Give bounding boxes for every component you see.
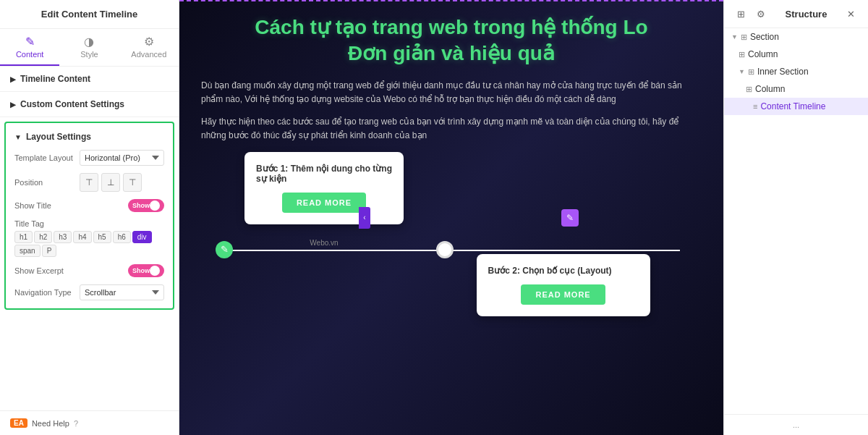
- page-content: Cách tự tạo trang web trong hệ thống Lo …: [179, 0, 723, 331]
- inner-section-grid-icon: ⊞: [748, 67, 754, 77]
- structure-settings-icon[interactable]: ⚙: [753, 6, 769, 22]
- content-timeline-icon: ≡: [753, 102, 757, 111]
- show-title-label: Show Title: [14, 201, 51, 210]
- tag-h6[interactable]: h6: [113, 231, 131, 243]
- panel-expand-handle[interactable]: ‹: [359, 207, 370, 229]
- section-expand-icon: ▼: [731, 33, 738, 41]
- tag-buttons: h1 h2 h3 h4 h5 h6 div span P: [14, 231, 164, 257]
- tab-advanced[interactable]: ⚙ Advanced: [119, 29, 179, 66]
- timeline-content-label: Timeline Content: [20, 74, 90, 84]
- timeline-card-1: Bước 1: Thêm nội dung cho từng sự kiện R…: [244, 152, 404, 224]
- tag-h1[interactable]: h1: [14, 231, 33, 243]
- position-bot-btn[interactable]: ⊤: [123, 173, 142, 192]
- template-layout-select[interactable]: Horizontal (Pro): [80, 150, 164, 166]
- tree-section[interactable]: ▼ ⊞ Section: [724, 28, 868, 46]
- tag-h3[interactable]: h3: [54, 231, 72, 243]
- layout-arrow: ▼: [14, 133, 22, 141]
- template-layout-control: Horizontal (Pro): [80, 150, 164, 166]
- section-grid-icon: ⊞: [741, 33, 747, 42]
- column-2-label: Column: [755, 84, 785, 94]
- tab-style-label: Style: [80, 50, 98, 59]
- template-layout-label: Template Layout: [14, 153, 80, 162]
- purple-edit-btn[interactable]: ✎: [561, 209, 579, 227]
- show-excerpt-value: Show: [132, 267, 150, 274]
- tree-column-2[interactable]: ⊞ Column: [724, 80, 868, 98]
- show-excerpt-toggle[interactable]: Show: [128, 264, 164, 277]
- left-panel: Edit Content Timeline ✎ Content ◑ Style …: [0, 0, 179, 435]
- timeline-dot-left: ✎: [216, 241, 233, 258]
- column-1-label: Column: [748, 49, 778, 59]
- tab-style[interactable]: ◑ Style: [59, 29, 119, 66]
- show-excerpt-row: Show Excerpt Show: [6, 261, 173, 281]
- page-desc-1: Dù bạn đang muốn xây dựng một trang web …: [201, 79, 702, 106]
- card-2-read-more[interactable]: READ MORE: [521, 284, 605, 305]
- timeline-arrow: ▶: [10, 75, 16, 83]
- section-label: Section: [750, 32, 779, 42]
- toggle-circle: [150, 200, 160, 211]
- right-panel-footer: ...: [724, 414, 868, 435]
- tag-p[interactable]: P: [42, 245, 57, 257]
- navigation-type-select[interactable]: Scrollbar: [80, 284, 164, 300]
- position-label: Position: [14, 178, 80, 187]
- timeline-content-section[interactable]: ▶ Timeline Content: [0, 67, 179, 92]
- right-panel-close-icon[interactable]: ✕: [843, 6, 859, 22]
- position-buttons: ⊤ ⊥ ⊤: [80, 173, 164, 192]
- page-title: Cách tự tạo trang web trong hệ thống Lo …: [201, 14, 702, 67]
- help-icon[interactable]: ?: [74, 419, 78, 428]
- panel-tabs: ✎ Content ◑ Style ⚙ Advanced: [0, 29, 179, 67]
- right-panel-header: ⊞ ⚙ Structure ✕: [724, 0, 868, 28]
- right-panel-left-icons: ⊞ ⚙: [733, 6, 769, 22]
- canvas-top-border: [179, 0, 723, 2]
- title-tag-label: Title Tag: [14, 219, 164, 228]
- layout-settings-header[interactable]: ▼ Layout Settings: [6, 127, 173, 146]
- panel-footer: EA Need Help ?: [0, 410, 179, 435]
- timeline-line-container: ✎: [201, 240, 702, 269]
- custom-content-label: Custom Content Settings: [20, 99, 124, 109]
- inner-section-expand-icon: ▼: [739, 68, 745, 75]
- tab-content[interactable]: ✎ Content: [0, 29, 59, 66]
- custom-content-section[interactable]: ▶ Custom Content Settings: [0, 92, 179, 117]
- column1-grid-icon: ⊞: [739, 50, 745, 59]
- navigation-type-row: Navigation Type Scrollbar: [6, 281, 173, 304]
- template-layout-row: Template Layout Horizontal (Pro): [6, 146, 173, 169]
- navigation-type-label: Navigation Type: [14, 288, 80, 297]
- position-mid-btn[interactable]: ⊥: [101, 173, 120, 192]
- content-icon: ✎: [25, 35, 35, 48]
- style-icon: ◑: [84, 35, 94, 48]
- advanced-icon: ⚙: [144, 35, 154, 48]
- tag-h4[interactable]: h4: [73, 231, 91, 243]
- show-title-toggle[interactable]: Show: [128, 199, 164, 212]
- page-title-line1: Cách tự tạo trang web trong hệ thống Lo: [255, 16, 647, 38]
- tab-advanced-label: Advanced: [131, 50, 166, 59]
- tree-content-timeline[interactable]: ≡ Content Timeline: [724, 98, 868, 115]
- timeline-area: Bước 1: Thêm nội dung cho từng sự kiện R…: [201, 152, 702, 316]
- main-canvas: ‹ Cách tự tạo trang web trong hệ thống L…: [179, 0, 723, 435]
- custom-arrow: ▶: [10, 101, 16, 109]
- tag-h2[interactable]: h2: [34, 231, 52, 243]
- right-panel-spacer: [724, 115, 868, 414]
- page-desc-2: Hãy thực hiện theo các bước sau để tạo t…: [201, 115, 702, 143]
- position-top-btn[interactable]: ⊤: [80, 173, 98, 192]
- show-excerpt-label: Show Excerpt: [14, 266, 64, 275]
- inner-section-label: Inner Section: [757, 67, 809, 77]
- right-panel: ⊞ ⚙ Structure ✕ ▼ ⊞ Section ⊞ Column ▼ ⊞…: [723, 0, 868, 435]
- structure-add-icon[interactable]: ⊞: [733, 6, 749, 22]
- tag-span[interactable]: span: [14, 245, 41, 257]
- layout-settings-section: ▼ Layout Settings Template Layout Horizo…: [4, 122, 174, 310]
- card-1-title: Bước 1: Thêm nội dung cho từng sự kiện: [256, 164, 392, 184]
- tree-column-1[interactable]: ⊞ Column: [724, 46, 868, 63]
- layout-settings-label: Layout Settings: [26, 132, 91, 142]
- position-row: Position ⊤ ⊥ ⊤: [6, 169, 173, 195]
- toggle-circle-excerpt: [150, 266, 160, 276]
- tag-div[interactable]: div: [132, 231, 152, 243]
- card-1-read-more[interactable]: READ MORE: [282, 193, 366, 213]
- show-title-value: Show: [132, 202, 150, 209]
- content-timeline-label: Content Timeline: [760, 101, 825, 111]
- show-title-row: Show Title Show: [6, 195, 173, 216]
- right-panel-title: Structure: [786, 9, 827, 20]
- panel-title: Edit Content Timeline: [41, 9, 137, 20]
- tree-inner-section[interactable]: ▼ ⊞ Inner Section: [724, 63, 868, 80]
- need-help-text: Need Help: [32, 419, 69, 428]
- column2-grid-icon: ⊞: [746, 85, 752, 94]
- tag-h5[interactable]: h5: [93, 231, 111, 243]
